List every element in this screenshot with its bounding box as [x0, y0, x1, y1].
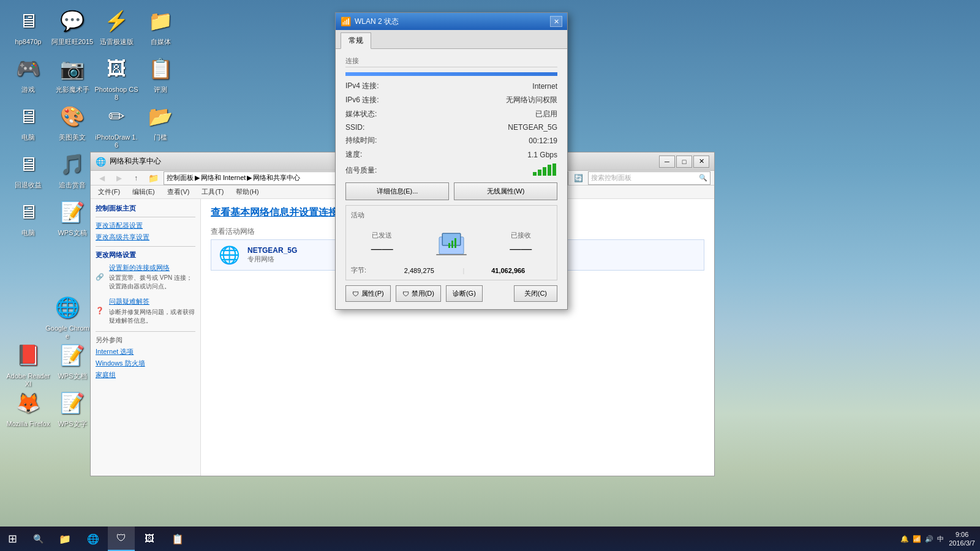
- taskbar-explorer-button[interactable]: 📁: [51, 527, 78, 551]
- svg-rect-3: [548, 165, 551, 176]
- ssid-value: NETGEAR_5G: [508, 123, 557, 132]
- desktop-icon-huitui[interactable]: 🖥 回退收益: [6, 149, 50, 189]
- svg-rect-1: [538, 170, 541, 176]
- taskbar-search-icon[interactable]: 🔍: [27, 528, 49, 550]
- diagnose-button[interactable]: 诊断(G): [446, 285, 483, 302]
- search-bar[interactable]: 搜索控制面板 🔍: [588, 171, 710, 185]
- desktop-icon-computer[interactable]: 📁 自媒体: [138, 6, 183, 46]
- taskbar-search: 🔍: [27, 528, 49, 550]
- ipv4-row: IPv4 连接: Internet: [345, 81, 557, 91]
- meishu-icon: 🎨: [58, 102, 87, 131]
- taskbar-system-icons: 🔔 📶 🔊 中: [900, 534, 944, 544]
- sidebar-adapter-settings[interactable]: 更改适配器设置: [96, 221, 195, 230]
- wlan-dialog-body: 连接 IPv4 连接: Internet IPv6 连接: 无网络访问权限 媒体…: [336, 49, 567, 309]
- desktop-icon-wpsweb[interactable]: 📝 WPS文档: [50, 340, 94, 380]
- svg-rect-10: [451, 241, 453, 248]
- sidebar-firewall[interactable]: Windows 防火墙: [96, 359, 195, 368]
- sidebar-troubleshoot[interactable]: 问题疑难解答: [109, 297, 195, 306]
- duration-row: 持续时间: 00:12:19: [345, 135, 557, 146]
- view-network-info-link[interactable]: 查看基本网络信息并设置连接: [211, 207, 338, 217]
- wlan-title: WLAN 2 状态: [355, 17, 550, 27]
- desktop-icon-men[interactable]: 📂 门槛: [138, 102, 183, 141]
- svg-rect-4: [552, 163, 556, 176]
- desktop-icon-googlechrome[interactable]: 🌐 Google Chrome: [45, 293, 89, 340]
- desktop-icon-game[interactable]: 🎮 游戏: [6, 54, 50, 94]
- wlan-close-button[interactable]: 关闭(C): [514, 285, 557, 302]
- folder-icon: 📁: [148, 173, 159, 183]
- signal-bars-svg: [533, 163, 557, 176]
- diannao-icon: 🖥: [13, 102, 43, 131]
- details-button[interactable]: 详细信息(E)...: [345, 182, 449, 200]
- desktop-icon-adobe[interactable]: 📕 Adobe Reader XI: [6, 340, 50, 388]
- signal-bars-container: [533, 163, 557, 178]
- desktop-icon-chaxun[interactable]: 🎵 追击赏音: [50, 149, 94, 189]
- netshare-close-button[interactable]: ✕: [693, 156, 709, 168]
- desktop-icon-iphoto[interactable]: ✏ iPhotoDraw 1.6: [94, 102, 138, 149]
- network-name[interactable]: NETGEAR_5G: [247, 246, 297, 255]
- desktop-icon-mozilla[interactable]: 🦊 Mozilla Firefox: [6, 388, 50, 428]
- up-button[interactable]: ↑: [129, 171, 143, 185]
- desktop-icon-wps[interactable]: 📝 WPS文稿: [50, 197, 94, 237]
- desktop-icon-diannao[interactable]: 🖥 电脑: [6, 102, 50, 141]
- disable-button[interactable]: 🛡 禁用(D): [396, 285, 441, 302]
- recv-col: 已接收 ——: [510, 231, 532, 255]
- desktop-icon-diannao2[interactable]: 🖥 电脑: [6, 197, 50, 237]
- properties-button[interactable]: 🛡 属性(P): [345, 285, 391, 302]
- taskbar-notification-icon[interactable]: 🔔: [900, 535, 909, 543]
- mozilla-icon: 🦊: [13, 388, 43, 418]
- taskbar-volume-icon[interactable]: 🔊: [925, 535, 933, 543]
- back-button[interactable]: ◀: [94, 171, 109, 185]
- wlan-tab-general[interactable]: 常规: [341, 32, 371, 49]
- network-activity-svg: [433, 225, 470, 255]
- menu-edit[interactable]: 编辑(E): [130, 186, 157, 198]
- sidebar-new-connection[interactable]: 设置新的连接或网络: [109, 263, 195, 272]
- desktop-icon-wl[interactable]: 💬 阿里旺旺2015: [50, 6, 94, 46]
- desktop-icon-xunlei[interactable]: ⚡ 迅雷极速版: [94, 6, 138, 46]
- wps-icon: 📝: [58, 197, 87, 227]
- forward-button[interactable]: ▶: [111, 171, 126, 185]
- desktop-icon-pinglun[interactable]: 📋 评测: [138, 54, 183, 94]
- taskbar-ime-icon[interactable]: 中: [937, 534, 944, 544]
- menu-file[interactable]: 文件(F): [96, 186, 123, 198]
- taskbar-date: 2016/3/7: [949, 539, 975, 547]
- duration-label: 持续时间:: [345, 135, 394, 146]
- ipv4-label: IPv4 连接:: [345, 81, 394, 91]
- taskbar-network-icon[interactable]: 📶: [913, 535, 921, 543]
- desktop: 🖥 hp8470p 💬 阿里旺旺2015 ⚡ 迅雷极速版 📁 自媒体 🎮 游戏 …: [0, 0, 980, 551]
- desktop-icon-moshuwang[interactable]: 📷 光影魔术手: [50, 54, 94, 94]
- sidebar-advanced-sharing[interactable]: 更改高级共享设置: [96, 233, 195, 242]
- activity-section: 活动 已发送 ——: [345, 205, 557, 280]
- desktop-icon-meishu[interactable]: 🎨 美图美文: [50, 102, 94, 141]
- desktop-icon-wpsdoc[interactable]: 📝 WPS文字: [50, 388, 94, 428]
- troubleshoot-icon: ❓: [96, 307, 104, 315]
- taskbar-extra-button[interactable]: 📋: [164, 527, 191, 551]
- sidebar-divider1: [96, 217, 195, 217]
- sidebar-homegroup[interactable]: 家庭组: [96, 370, 195, 380]
- wireless-props-button[interactable]: 无线属性(W): [454, 182, 557, 200]
- taskbar-edge-button[interactable]: 🌐: [80, 527, 107, 551]
- ipv4-value: Internet: [532, 82, 557, 91]
- netshare-minimize-button[interactable]: ─: [659, 156, 675, 168]
- xunlei-icon: ⚡: [102, 6, 131, 36]
- netshare-maximize-button[interactable]: □: [676, 156, 692, 168]
- taskbar-netshare-button[interactable]: 🛡: [108, 527, 135, 551]
- desktop-icon-photoshop[interactable]: 🖼 Photoshop CS8: [94, 54, 138, 102]
- taskbar-ps-button[interactable]: 🖼: [136, 527, 163, 551]
- wpsdoc-icon: 📝: [58, 388, 87, 418]
- speed-row: 速度: 1.1 Gbps: [345, 149, 557, 160]
- refresh-button[interactable]: 🔄: [571, 171, 586, 185]
- desktop-icon-hp[interactable]: 🖥 hp8470p: [6, 6, 50, 46]
- wlan-dialog: 📶 WLAN 2 状态 ✕ 常规 连接 IPv4 连接: Internet IP…: [335, 12, 568, 310]
- menu-tools[interactable]: 工具(T): [199, 186, 226, 198]
- wl-icon: 💬: [58, 6, 87, 36]
- menu-help[interactable]: 帮助(H): [233, 186, 261, 198]
- shield-icon: 🛡: [352, 290, 359, 298]
- menu-view[interactable]: 查看(V): [165, 186, 192, 198]
- bytes-row: 字节: 2,489,275 | 41,062,966: [351, 266, 552, 275]
- signal-label: 信号质量:: [345, 165, 394, 176]
- diannao2-icon: 🖥: [13, 197, 43, 227]
- sidebar-internet-options[interactable]: Internet 选项: [96, 347, 195, 356]
- wlan-close-x-button[interactable]: ✕: [550, 16, 562, 27]
- start-button[interactable]: ⊞: [0, 527, 24, 551]
- see-also-title: 另外参阅: [96, 335, 195, 345]
